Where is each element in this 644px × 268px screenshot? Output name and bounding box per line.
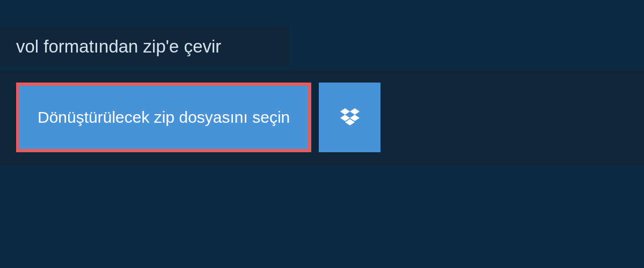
page-title: vol formatından zip'e çevir bbox=[16, 36, 221, 56]
button-row: Dönüştürülecek zip dosyasını seçin bbox=[16, 83, 628, 152]
title-tab: vol formatından zip'e çevir bbox=[0, 27, 290, 66]
select-file-label: Dönüştürülecek zip dosyasını seçin bbox=[38, 108, 290, 126]
converter-panel: Dönüştürülecek zip dosyasını seçin bbox=[0, 70, 644, 166]
dropbox-icon bbox=[340, 108, 360, 126]
select-file-button[interactable]: Dönüştürülecek zip dosyasını seçin bbox=[16, 83, 311, 152]
dropbox-button[interactable] bbox=[319, 83, 380, 152]
